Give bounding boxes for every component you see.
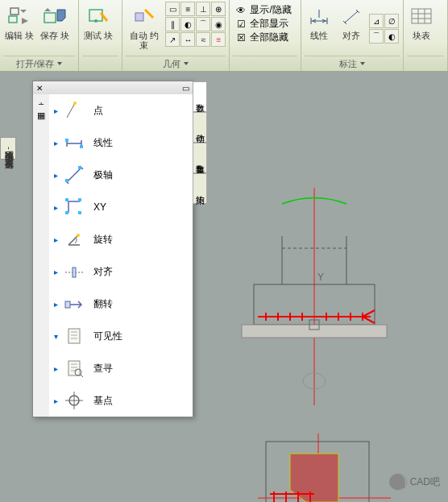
- palette-tab-paramsets[interactable]: 参数集: [193, 143, 207, 173]
- save-block-label: 保存 块: [40, 31, 69, 40]
- dock-icon[interactable]: ▭: [182, 84, 189, 93]
- flip-icon: [61, 291, 87, 317]
- show-all-icon: ☑: [234, 18, 247, 31]
- chevron-down-icon[interactable]: [184, 62, 189, 65]
- block-authoring-palette: ✕ ▭ ⫠ ▦ ▸点 ▸线性 ▸极轴 ▸XY ▸旋转 ▸对齐 ▸翻转 ▾可见性 …: [32, 81, 193, 417]
- watermark-text: CAD吧: [410, 475, 440, 489]
- svg-rect-10: [78, 166, 81, 169]
- block-table-label: 块表: [413, 31, 430, 40]
- hide-all-button[interactable]: ☒全部隐藏: [233, 31, 297, 44]
- constraint-cell[interactable]: ⊥: [196, 2, 210, 16]
- dim-cell[interactable]: ◐: [384, 29, 399, 44]
- svg-rect-35: [242, 325, 387, 338]
- dim-cell[interactable]: ⌒: [369, 29, 384, 44]
- edit-block-label: 编辑 块: [5, 31, 34, 40]
- svg-rect-0: [9, 16, 17, 23]
- svg-rect-18: [65, 301, 70, 308]
- param-point[interactable]: ▸点: [49, 94, 193, 127]
- linear-dim-icon: [306, 3, 332, 29]
- svg-rect-6: [412, 9, 431, 23]
- dim-cell[interactable]: ∅: [384, 14, 399, 28]
- svg-rect-11: [65, 179, 68, 182]
- linear-icon: [61, 130, 87, 156]
- palette-tab-constraints[interactable]: 约束: [193, 173, 207, 204]
- edit-block-button[interactable]: 编辑 块: [3, 2, 35, 56]
- constraint-grid: ▭≡⊥⊕ ∥◐⌒◉ ↗↔≈≡: [165, 2, 226, 56]
- constraint-cell[interactable]: ≡: [211, 32, 226, 47]
- auto-constrain-icon: [131, 3, 157, 29]
- palette-tab-params[interactable]: 参数: [193, 81, 207, 112]
- save-block-button[interactable]: 保存 块: [39, 2, 71, 56]
- svg-rect-8: [65, 139, 68, 142]
- block-table-icon: [409, 3, 434, 29]
- param-align[interactable]: ▸对齐: [49, 255, 193, 288]
- constraint-cell[interactable]: ∥: [165, 17, 180, 31]
- close-icon[interactable]: ✕: [36, 84, 43, 93]
- ribbon-group1-label: 打开/保存: [16, 58, 54, 70]
- svg-rect-3: [89, 10, 102, 21]
- pin-icon[interactable]: ⫠: [37, 97, 46, 107]
- constraint-cell[interactable]: ↗: [165, 32, 180, 47]
- constraint-cell[interactable]: ⊕: [211, 2, 226, 16]
- wechat-icon: [389, 474, 405, 490]
- edit-block-icon: [6, 3, 32, 29]
- block-table-button[interactable]: 块表: [407, 2, 436, 56]
- polar-icon: [61, 162, 87, 188]
- show-hide-button[interactable]: 👁显示/隐藏: [233, 3, 297, 17]
- test-block-label: 测试 块: [84, 31, 113, 40]
- svg-rect-12: [65, 198, 68, 201]
- param-basepoint[interactable]: ▸基点: [49, 384, 193, 417]
- basepoint-icon: [61, 388, 87, 413]
- ribbon: 编辑 块 保存 块 打开/保存 测试 块 自动 约束 ▭≡⊥⊕ ∥◐: [0, 0, 448, 72]
- svg-rect-5: [135, 13, 143, 21]
- constraint-cell[interactable]: ≈: [196, 32, 210, 47]
- constraint-cell[interactable]: ▭: [165, 2, 180, 16]
- svg-rect-19: [68, 329, 80, 343]
- svg-point-16: [77, 234, 80, 237]
- constraint-cell[interactable]: ◉: [211, 17, 226, 31]
- svg-rect-13: [78, 198, 81, 201]
- constraint-cell[interactable]: ⌒: [196, 17, 210, 31]
- dim-cell[interactable]: ⊿: [369, 14, 384, 28]
- constraint-cell[interactable]: ↔: [180, 32, 195, 47]
- linear-dim-button[interactable]: 线性: [305, 2, 334, 56]
- svg-rect-14: [65, 211, 68, 214]
- param-visibility[interactable]: ▾可见性: [49, 320, 193, 352]
- visibility-icon: [61, 323, 87, 349]
- svg-rect-17: [73, 268, 76, 277]
- ribbon-group5-label: 标注: [339, 58, 357, 70]
- svg-rect-25: [254, 284, 375, 325]
- param-lookup[interactable]: ▸查寻: [49, 352, 193, 384]
- show-all-button[interactable]: ☑全部显示: [233, 17, 297, 31]
- rotate-icon: [61, 226, 87, 252]
- ribbon-group3-label: 几何: [163, 58, 180, 70]
- param-xy[interactable]: ▸XY: [49, 191, 193, 223]
- chevron-down-icon[interactable]: [360, 62, 365, 65]
- svg-rect-9: [80, 145, 83, 148]
- linear-dim-label: 线性: [310, 31, 328, 40]
- chevron-down-icon[interactable]: [57, 62, 62, 65]
- auto-constrain-button[interactable]: 自动 约束: [126, 2, 163, 56]
- param-linear[interactable]: ▸线性: [49, 127, 193, 159]
- palette-title-tab[interactable]: 块编写选项板 - 所有选项板: [0, 137, 16, 160]
- show-hide-icon: 👁: [234, 4, 247, 17]
- svg-rect-2: [44, 13, 56, 23]
- svg-point-38: [303, 373, 326, 389]
- save-block-icon: [42, 3, 68, 29]
- constraint-cell[interactable]: ◐: [180, 17, 195, 31]
- lookup-icon: [61, 355, 87, 381]
- param-flip[interactable]: ▸翻转: [49, 288, 193, 320]
- drawing-object-1: Y: [234, 188, 395, 397]
- svg-rect-1: [10, 8, 19, 15]
- svg-rect-41: [266, 442, 369, 502]
- menu-icon[interactable]: ▦: [37, 110, 45, 121]
- auto-constrain-label: 自动 约束: [127, 31, 161, 50]
- test-block-button[interactable]: 测试 块: [82, 2, 114, 56]
- align-dim-button[interactable]: 对齐: [337, 2, 366, 56]
- palette-tab-actions[interactable]: 动作: [193, 112, 207, 143]
- svg-text:Y: Y: [317, 272, 324, 283]
- parameter-list: ▸点 ▸线性 ▸极轴 ▸XY ▸旋转 ▸对齐 ▸翻转 ▾可见性 ▸查寻 ▸基点: [49, 94, 193, 417]
- constraint-cell[interactable]: ≡: [180, 2, 195, 16]
- param-rotate[interactable]: ▸旋转: [49, 223, 193, 255]
- param-polar[interactable]: ▸极轴: [49, 159, 193, 191]
